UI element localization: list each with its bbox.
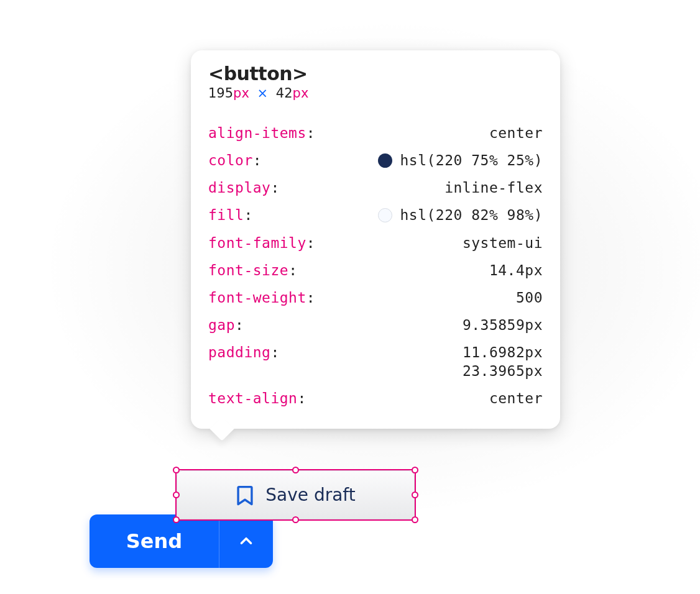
prop-value: 11.6982px 23.3965px <box>463 345 543 378</box>
prop-name: gap: <box>208 318 244 332</box>
prop-row: text-align: center <box>208 385 543 412</box>
resize-handle-icon[interactable] <box>292 467 299 473</box>
prop-name: color: <box>208 153 262 168</box>
prop-row: font-weight: 500 <box>208 284 543 311</box>
prop-name: align-items: <box>208 126 315 140</box>
prop-row: color: hsl(220 75% 25%) <box>208 147 543 174</box>
prop-row: gap: 9.35859px <box>208 311 543 339</box>
prop-name: display: <box>208 180 280 195</box>
prop-name: font-weight: <box>208 290 315 305</box>
dim-times: × <box>257 86 269 101</box>
resize-handle-icon[interactable] <box>292 516 299 523</box>
dim-height: 42 <box>276 86 293 101</box>
prop-value: system-ui <box>463 235 543 250</box>
prop-name: font-family: <box>208 235 315 250</box>
resize-handle-icon[interactable] <box>412 467 418 473</box>
resize-handle-icon[interactable] <box>173 491 180 498</box>
prop-row: display: inline-flex <box>208 174 543 201</box>
color-swatch-icon <box>378 208 392 222</box>
prop-value: hsl(220 75% 25%) <box>378 153 543 168</box>
resize-handle-icon[interactable] <box>173 467 180 473</box>
prop-value: 14.4px <box>489 263 543 278</box>
color-swatch-icon <box>378 153 392 168</box>
prop-row: padding: 11.6982px 23.3965px <box>208 339 543 385</box>
send-dropdown-toggle[interactable] <box>219 514 273 568</box>
dim-height-unit: px <box>293 86 309 101</box>
chevron-up-icon <box>238 533 254 549</box>
prop-value: center <box>489 126 543 140</box>
prop-name: padding: <box>208 345 280 360</box>
prop-name: text-align: <box>208 391 306 406</box>
inspected-tag: <button> <box>208 63 543 85</box>
inspector-tooltip: <button> 195px × 42px align-items: cente… <box>191 50 560 429</box>
selection-outline <box>175 469 416 521</box>
prop-name: font-size: <box>208 263 297 278</box>
prop-value: 9.35859px <box>463 318 543 332</box>
resize-handle-icon[interactable] <box>173 516 180 523</box>
resize-handle-icon[interactable] <box>412 516 418 523</box>
dim-width-unit: px <box>233 86 249 101</box>
prop-value: hsl(220 82% 98%) <box>378 208 543 222</box>
send-button-group: Send <box>90 514 273 568</box>
tooltip-arrow-icon <box>210 416 234 441</box>
prop-row: font-family: system-ui <box>208 229 543 257</box>
prop-row: font-size: 14.4px <box>208 257 543 284</box>
prop-value: 500 <box>516 290 543 305</box>
inspected-dimensions: 195px × 42px <box>208 86 543 101</box>
dim-width: 195 <box>208 86 233 101</box>
prop-row: align-items: center <box>208 119 543 147</box>
send-button[interactable]: Send <box>90 514 219 568</box>
prop-value: inline-flex <box>444 180 543 195</box>
prop-row: fill: hsl(220 82% 98%) <box>208 201 543 229</box>
prop-name: fill: <box>208 208 253 222</box>
send-label: Send <box>126 529 182 553</box>
resize-handle-icon[interactable] <box>412 491 418 498</box>
prop-value: center <box>489 391 543 406</box>
